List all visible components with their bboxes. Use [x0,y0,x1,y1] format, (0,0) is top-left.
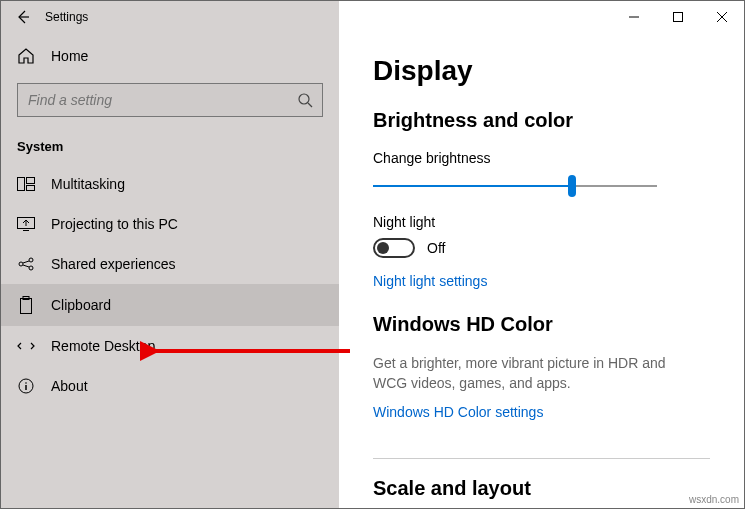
maximize-icon [673,12,683,22]
hdcolor-settings-link[interactable]: Windows HD Color settings [373,404,543,420]
sidebar-category: System [1,133,339,164]
minimize-button[interactable] [612,1,656,33]
search-input[interactable] [17,83,323,117]
minimize-icon [629,12,639,22]
window-title: Settings [45,10,88,24]
sidebar-home-label: Home [51,48,88,64]
section-hdcolor: Windows HD Color [373,313,710,336]
nightlight-toggle[interactable] [373,238,415,258]
svg-point-14 [29,266,33,270]
svg-point-12 [19,262,23,266]
nightlight-status: Off [427,240,445,256]
section-scale: Scale and layout [373,477,710,500]
sidebar-item-multitasking[interactable]: Multitasking [1,164,339,204]
section-brightness: Brightness and color [373,109,710,132]
close-button[interactable] [700,1,744,33]
sidebar-item-clipboard[interactable]: Clipboard [1,284,339,326]
toggle-knob [377,242,389,254]
sidebar-item-about[interactable]: About [1,366,339,406]
sidebar-item-shared[interactable]: Shared experiences [1,244,339,284]
svg-point-13 [29,258,33,262]
sidebar-item-label: About [51,378,88,394]
brightness-label: Change brightness [373,150,710,166]
back-button[interactable] [1,1,45,33]
nightlight-settings-link[interactable]: Night light settings [373,273,487,289]
svg-rect-8 [27,178,35,184]
sidebar: Home System Multitasking Projecting to t… [1,33,339,508]
slider-thumb[interactable] [568,175,576,197]
brightness-slider[interactable] [373,174,657,198]
main-panel: Display Brightness and color Change brig… [339,33,744,508]
svg-point-20 [25,382,27,384]
svg-rect-7 [18,178,25,191]
maximize-button[interactable] [656,1,700,33]
hdcolor-description: Get a brighter, more vibrant picture in … [373,354,683,393]
page-title: Display [373,55,710,87]
sidebar-item-label: Clipboard [51,297,111,313]
clipboard-icon [17,296,35,314]
close-icon [717,12,727,22]
svg-rect-17 [21,299,32,314]
svg-line-16 [23,265,29,267]
sidebar-item-projecting[interactable]: Projecting to this PC [1,204,339,244]
svg-line-15 [23,261,29,263]
arrow-left-icon [15,9,31,25]
about-icon [17,378,35,394]
sidebar-item-label: Projecting to this PC [51,216,178,232]
watermark: wsxdn.com [689,494,739,505]
sidebar-item-label: Remote Desktop [51,338,155,354]
svg-point-5 [299,94,309,104]
sidebar-item-remote[interactable]: Remote Desktop [1,326,339,366]
svg-rect-2 [674,13,683,22]
svg-rect-9 [27,186,35,191]
remote-icon [17,339,35,353]
projecting-icon [17,217,35,231]
shared-icon [17,257,35,271]
search-icon [297,92,313,108]
sidebar-home[interactable]: Home [1,37,339,75]
slider-fill [373,185,572,187]
sidebar-item-label: Shared experiences [51,256,176,272]
sidebar-item-label: Multitasking [51,176,125,192]
multitasking-icon [17,177,35,191]
svg-line-6 [308,103,312,107]
divider [373,458,710,459]
home-icon [17,47,35,65]
nightlight-label: Night light [373,214,710,230]
